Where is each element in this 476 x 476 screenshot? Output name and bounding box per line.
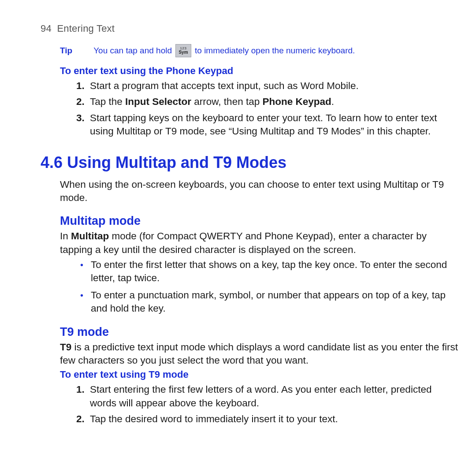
multitap-p-post: mode (for Compact QWERTY and Phone Keypa… [60, 231, 427, 255]
step-2-post: . [331, 96, 334, 107]
step-2: Tap the Input Selector arrow, then tap P… [87, 95, 458, 108]
running-header: 94 Entering Text [41, 23, 458, 34]
t9-steps: Start entering the first few letters of … [75, 383, 458, 426]
phone-keypad-steps: Start a program that accepts text input,… [75, 79, 458, 138]
step-2-b1: Input Selector [125, 96, 191, 107]
sym-key-bot: Sym [178, 50, 188, 55]
bullet-1: To enter the first letter that shows on … [88, 258, 458, 285]
section-title: Using Multitap and T9 Modes [67, 153, 286, 171]
multitap-bullets: To enter the first letter that shows on … [76, 258, 458, 316]
tip-text-pre: You can tap and hold [93, 46, 172, 56]
tip-text-post: to immediately open the numeric keyboard… [195, 46, 355, 56]
t9-step-2: Tap the desired word to immediately inse… [87, 413, 458, 426]
section-number: 4.6 [41, 153, 63, 171]
procedure-heading-t9: To enter text using T9 mode [60, 369, 458, 380]
multitap-p-pre: In [60, 231, 71, 242]
step-2-pre: Tap the [90, 96, 125, 107]
multitap-heading: Multitap mode [60, 214, 458, 228]
step-1: Start a program that accepts text input,… [87, 79, 458, 93]
tip-label: Tip [60, 46, 72, 56]
t9-paragraph: T9 is a predictive text input mode which… [60, 341, 458, 368]
step-3: Start tapping keys on the keyboard to en… [87, 112, 458, 138]
multitap-p-b: Multitap [71, 231, 109, 242]
tip-row: Tip You can tap and hold 123 Sym to imme… [60, 44, 458, 57]
t9-step-1-text: Start entering the first few letters of … [90, 384, 431, 408]
step-1-text: Start a program that accepts text input,… [90, 80, 359, 91]
bullet-2: To enter a punctuation mark, symbol, or … [88, 289, 458, 316]
step-2-b2: Phone Keypad [262, 96, 331, 107]
manual-page: 94 Entering Text Tip You can tap and hol… [0, 0, 476, 426]
chapter-name: Entering Text [57, 23, 115, 34]
bullet-1-text: To enter the first letter that shows on … [91, 259, 447, 283]
t9-heading: T9 mode [60, 325, 458, 339]
multitap-paragraph: In Multitap mode (for Compact QWERTY and… [60, 230, 458, 257]
tip-body: You can tap and hold 123 Sym to immediat… [93, 44, 355, 57]
t9-step-1: Start entering the first few letters of … [87, 383, 458, 410]
section-heading: 4.6 Using Multitap and T9 Modes [41, 153, 458, 172]
step-2-mid: arrow, then tap [191, 96, 262, 107]
sym-key-icon: 123 Sym [175, 44, 191, 57]
step-3-text: Start tapping keys on the keyboard to en… [90, 112, 437, 137]
section-intro: When using the on-screen keyboards, you … [60, 178, 458, 205]
page-number: 94 [41, 23, 52, 34]
t9-p-post: is a predictive text input mode which di… [60, 342, 458, 366]
bullet-2-text: To enter a punctuation mark, symbol, or … [91, 290, 446, 314]
t9-step-2-text: Tap the desired word to immediately inse… [90, 413, 338, 424]
procedure-heading-phone-keypad: To enter text using the Phone Keypad [60, 65, 458, 77]
t9-p-b: T9 [60, 342, 71, 353]
